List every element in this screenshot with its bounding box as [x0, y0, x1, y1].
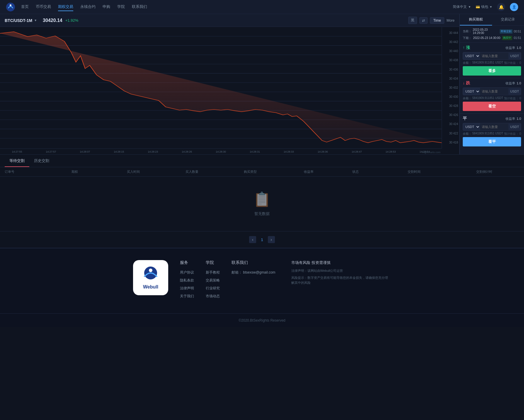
risk-text1: 法律声明：该网站由Webull公司运营	[291, 268, 391, 274]
academy-link-tutorial[interactable]: 新手教程	[206, 270, 220, 275]
footer-logo: Webull	[133, 260, 168, 295]
bell-icon: 🔔	[499, 5, 504, 9]
col-order-id: 订单号	[5, 170, 52, 174]
flat-trade-box: 平 收益率 1.0 USDT USDT 余额： 5841909.911851 U…	[460, 114, 524, 149]
contact-email-row: 邮箱： btsexsw@gmail.com	[232, 270, 275, 275]
logo[interactable]	[6, 2, 15, 12]
col-buy-time: 买入时间	[98, 170, 168, 174]
time-btn[interactable]: Time	[430, 17, 444, 24]
service-title: 服务	[180, 260, 194, 265]
svg-point-0	[6, 3, 15, 11]
time-label: 14:28:26	[182, 150, 192, 153]
nav-item-spot[interactable]: 币币交易	[36, 3, 51, 11]
nav-item-home[interactable]: 首页	[21, 3, 29, 11]
down-action-btn[interactable]: 看空	[463, 102, 521, 111]
col-buy-amount: 买入数量	[169, 170, 215, 174]
footer-contact-col: 联系我们 邮箱： btsexsw@gmail.com	[232, 260, 275, 277]
academy-link-strategy[interactable]: 交易策略	[206, 278, 220, 283]
up-amount-input[interactable]	[480, 53, 508, 59]
nav-item-ipo[interactable]: 申购	[103, 3, 110, 11]
tab-history-orders[interactable]: 历史交割	[29, 155, 54, 167]
contact-title: 联系我们	[232, 260, 275, 265]
time-label: 14:28:36	[318, 150, 328, 153]
wallet-btn[interactable]: 💳 钱包 ▼	[476, 4, 492, 9]
orders-table-header: 订单号 期权 买入时间 买入数量 购买类型 收益率 状态 交割时间 交割倒计时	[0, 167, 524, 177]
up-trade-box: ↑ 涨 收益率 1.0 USDT USDT 余额： 5841909.911851…	[460, 43, 524, 78]
nav-item-perpetual[interactable]: 永续合约	[80, 3, 96, 11]
nav-item-options[interactable]: 期权交易	[58, 3, 73, 11]
up-action-btn[interactable]: 看多	[463, 66, 521, 76]
tab-buy-options[interactable]: 购买期权	[460, 14, 492, 25]
risk-text2: 风险提示：数字资产交易有可能导致您的本金损失，请确保您充分理解其中的风险	[291, 275, 391, 286]
price-label: 30 422	[443, 132, 458, 135]
black-mode-btn[interactable]: 黑	[408, 17, 417, 24]
price-axis: 30 444 30 442 30 440 30 438 30 436 30 43…	[442, 27, 459, 148]
lang-selector[interactable]: 简体中文 ▼	[453, 4, 471, 9]
price-label: 30 424	[443, 122, 458, 126]
academy-title: 学院	[206, 260, 220, 265]
price-chart-svg	[0, 27, 442, 148]
time-label: 14:27:55	[12, 150, 22, 153]
pair-selector[interactable]: BTC/USDT-1M ▼	[5, 18, 37, 23]
trading-area: BTC/USDT-1M ▼ 30420.14 +1.92% 黑 ⇄ Time M…	[0, 14, 524, 155]
flat-trade-header: 平 收益率 1.0	[463, 116, 521, 121]
price-label: 30 442	[443, 40, 458, 44]
time-label: 14:28:31	[250, 150, 260, 153]
time-label: 14:28:15	[114, 150, 124, 153]
chart-container: 30 444 30 442 30 440 30 438 30 436 30 43…	[0, 27, 459, 154]
current-page[interactable]: 1	[261, 238, 263, 242]
flat-amount-input[interactable]	[480, 124, 508, 130]
session-next: 下期： 2022-05-23 14:30:00 购买中 01:51	[463, 36, 521, 40]
up-trade-header: ↑ 涨 收益率 1.0	[463, 45, 521, 50]
nav-right: 简体中文 ▼ 💳 钱包 ▼ 🔔 👤	[453, 3, 518, 11]
copyright: ©2020.BtSexRights Reserved	[239, 318, 285, 322]
chart-header: BTC/USDT-1M ▼ 30420.14 +1.92% 黑 ⇄ Time M…	[0, 14, 459, 27]
price-label: 30 436	[443, 68, 458, 71]
flat-balance-value: 5841909.911851 USDT	[472, 132, 503, 136]
down-amount-input[interactable]	[480, 88, 508, 95]
service-link-privacy[interactable]: 隐私条款	[180, 278, 194, 283]
up-currency-select[interactable]: USDT	[463, 52, 480, 59]
next-page-btn[interactable]: ›	[268, 236, 275, 243]
nav-item-academy[interactable]: 学院	[117, 3, 125, 11]
col-countdown: 交割倒计时	[449, 170, 519, 174]
price-label: 30 438	[443, 59, 458, 62]
wallet-icon: 💳	[476, 5, 480, 9]
down-balance-value: 5841909.911851 USDT	[472, 96, 503, 100]
col-yield: 收益率	[285, 170, 332, 174]
academy-link-market[interactable]: 市场动态	[206, 294, 220, 299]
tab-trade-record[interactable]: 交易记录	[492, 14, 524, 25]
price-label: 30 432	[443, 86, 458, 89]
academy-link-research[interactable]: 行业研究	[206, 286, 220, 291]
col-settle-time: 交割时间	[379, 170, 449, 174]
notification-btn[interactable]: 🔔	[497, 3, 505, 11]
nav-item-contact[interactable]: 联系我们	[132, 3, 147, 11]
tab-pending-orders[interactable]: 等待交割	[5, 155, 29, 167]
session-current-label: 当前：	[463, 29, 472, 33]
prev-page-btn[interactable]: ‹	[249, 236, 256, 243]
time-label: 14:28:33	[284, 150, 294, 153]
flat-currency-select[interactable]: USDT	[463, 123, 480, 130]
down-direction-label: ↓ 跌	[463, 81, 470, 86]
service-link-legal[interactable]: 法律声明	[180, 286, 194, 291]
price-label: 30 444	[443, 31, 458, 35]
up-balance-value: 5841909.911851 USDT	[472, 61, 503, 65]
up-balance-row: 余额： 5841909.911851 USDT 预计收益： 0	[463, 61, 521, 65]
logo-icon	[6, 2, 15, 12]
col-buy-type: 购买类型	[215, 170, 285, 174]
session-info: 当前： 2022-05-23 14:29:00 即将交割 00:51 下期： 2…	[460, 26, 524, 43]
up-balance-label: 余额：	[463, 61, 472, 65]
chart-swap-btn[interactable]: ⇄	[419, 17, 428, 24]
up-yield-info: 收益率 1.0	[506, 46, 521, 50]
more-btn[interactable]: More	[447, 18, 455, 23]
service-link-user-agreement[interactable]: 用户协议	[180, 270, 194, 275]
svg-point-15	[149, 269, 152, 272]
svg-point-1	[10, 4, 11, 6]
down-currency-select[interactable]: USDT	[463, 88, 480, 95]
flat-action-btn[interactable]: 看平	[463, 137, 521, 146]
user-icon: 👤	[512, 5, 516, 9]
service-link-about[interactable]: 关于我们	[180, 294, 194, 299]
empty-text: 暂无数据	[254, 211, 270, 216]
down-balance-label: 余额：	[463, 96, 472, 100]
user-avatar[interactable]: 👤	[510, 3, 518, 11]
